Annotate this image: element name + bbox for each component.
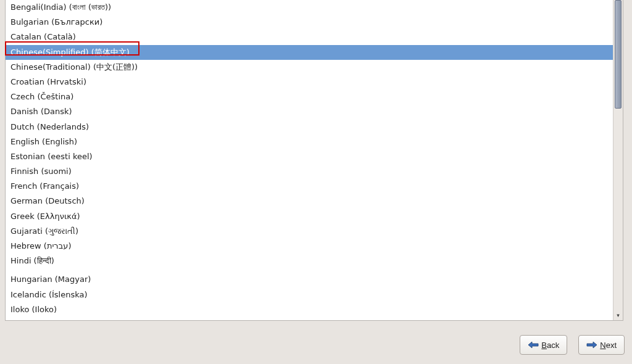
language-item[interactable]: Chinese(Traditional) (中文(正體)): [6, 60, 623, 75]
language-item[interactable]: Indonesian (Indonesia): [6, 317, 623, 320]
scrollbar-thumb[interactable]: [615, 0, 622, 109]
next-button-label: Next: [600, 341, 617, 350]
language-item[interactable]: Estonian (eesti keel): [6, 149, 623, 164]
language-item[interactable]: Czech (Čeština): [6, 89, 623, 104]
language-selection-panel: Bengali(India) (বাংলা (ভারত))Bulgarian (…: [5, 0, 623, 321]
language-item[interactable]: Greek (Ελληνικά): [6, 209, 623, 224]
language-list-container: Bengali(India) (বাংলা (ভারত))Bulgarian (…: [6, 0, 623, 320]
language-item[interactable]: Bengali(India) (বাংলা (ভারত)): [6, 0, 623, 15]
language-item[interactable]: Hungarian (Magyar): [6, 272, 623, 287]
scrollbar-track[interactable]: ▾: [613, 0, 623, 320]
language-list[interactable]: Bengali(India) (বাংলা (ভারত))Bulgarian (…: [6, 0, 623, 320]
footer-bar: Back Next: [0, 326, 632, 364]
language-item[interactable]: Iloko (Iloko): [6, 302, 623, 317]
language-item[interactable]: Icelandic (Íslenska): [6, 287, 623, 302]
language-item[interactable]: Bulgarian (Български): [6, 15, 623, 30]
language-item[interactable]: Chinese(Simplified) (简体中文): [6, 45, 623, 60]
arrow-left-icon: [528, 341, 539, 349]
language-item[interactable]: Hindi (हिन्दी): [6, 254, 623, 268]
language-item[interactable]: Dutch (Nederlands): [6, 120, 623, 134]
language-item[interactable]: Danish (Dansk): [6, 104, 623, 119]
back-button[interactable]: Back: [520, 335, 567, 355]
language-item[interactable]: German (Deutsch): [6, 194, 623, 209]
scroll-down-icon[interactable]: ▾: [613, 310, 623, 320]
language-item[interactable]: Hebrew (עברית): [6, 239, 623, 254]
language-item[interactable]: Croatian (Hrvatski): [6, 75, 623, 89]
next-button[interactable]: Next: [578, 335, 625, 355]
language-item[interactable]: English (English): [6, 134, 623, 149]
language-item[interactable]: Finnish (suomi): [6, 164, 623, 179]
back-button-label: Back: [541, 341, 559, 350]
language-item[interactable]: Gujarati (ગુજરાતી): [6, 224, 623, 239]
arrow-right-icon: [586, 341, 597, 349]
language-item[interactable]: French (Français): [6, 179, 623, 194]
language-item[interactable]: Catalan (Català): [6, 30, 623, 44]
